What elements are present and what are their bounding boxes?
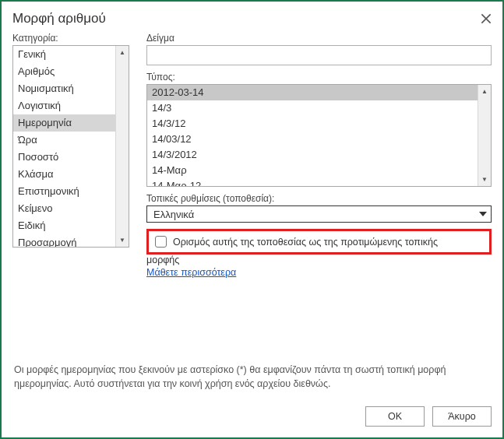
- sample-label: Δείγμα: [146, 33, 492, 44]
- scroll-down-icon[interactable]: ▼: [478, 173, 491, 186]
- type-scrollbar[interactable]: ▲ ▼: [478, 85, 491, 186]
- type-item[interactable]: 14-Μαρ: [147, 163, 478, 178]
- type-item[interactable]: 14/3/2012: [147, 147, 478, 163]
- dialog-body: Κατηγορία: ΓενικήΑριθμόςΝομισματικήΛογισ…: [2, 33, 502, 399]
- category-listbox[interactable]: ΓενικήΑριθμόςΝομισματικήΛογιστικήΗμερομη…: [12, 45, 129, 248]
- sample-box: [146, 45, 492, 65]
- category-item[interactable]: Κείμενο: [13, 200, 115, 217]
- type-item[interactable]: 14/3/12: [147, 116, 478, 132]
- type-item[interactable]: 2012-03-14: [147, 85, 478, 100]
- type-item[interactable]: 14/03/12: [147, 132, 478, 147]
- category-item[interactable]: Ποσοστό: [13, 149, 115, 166]
- category-item[interactable]: Γενική: [13, 46, 115, 63]
- titlebar: Μορφή αριθμού: [2, 2, 502, 33]
- scroll-up-icon[interactable]: ▲: [478, 85, 491, 98]
- scroll-track[interactable]: [478, 98, 491, 173]
- cancel-button[interactable]: Άκυρο: [432, 406, 492, 427]
- locale-value: Ελληνικά: [147, 209, 475, 220]
- type-label: Τύπος:: [146, 72, 492, 83]
- category-item[interactable]: Αριθμός: [13, 63, 115, 80]
- category-item[interactable]: Κλάσμα: [13, 166, 115, 183]
- locale-select[interactable]: Ελληνικά: [146, 205, 492, 223]
- scroll-down-icon[interactable]: ▼: [116, 234, 129, 247]
- learn-more-link[interactable]: Μάθετε περισσότερα: [146, 267, 492, 278]
- type-item[interactable]: 14-Μαρ-12: [147, 178, 478, 186]
- close-icon[interactable]: [479, 12, 493, 26]
- category-item[interactable]: Λογιστική: [13, 97, 115, 114]
- number-format-dialog: Μορφή αριθμού Κατηγορία: ΓενικήΑριθμόςΝο…: [0, 0, 504, 439]
- type-item[interactable]: 14/3: [147, 100, 478, 116]
- category-scrollbar[interactable]: ▲ ▼: [115, 46, 129, 247]
- category-item[interactable]: Προσαρμογή: [13, 234, 115, 247]
- scroll-track[interactable]: [116, 59, 129, 234]
- preferred-locale-label: Ορισμός αυτής της τοποθεσίας ως της προτ…: [173, 237, 438, 248]
- truncated-text: μορφής: [146, 255, 492, 265]
- locale-label: Τοπικές ρυθμίσεις (τοποθεσία):: [146, 193, 492, 204]
- category-item[interactable]: Ειδική: [13, 217, 115, 234]
- dialog-title: Μορφή αριθμού: [12, 11, 479, 26]
- category-item[interactable]: Επιστημονική: [13, 183, 115, 200]
- category-label: Κατηγορία:: [12, 33, 129, 44]
- category-item[interactable]: Ημερομηνία: [13, 114, 115, 132]
- button-row: OK Άκυρο: [2, 399, 502, 437]
- scroll-up-icon[interactable]: ▲: [116, 46, 129, 59]
- category-item[interactable]: Ώρα: [13, 132, 115, 149]
- ok-button[interactable]: OK: [365, 406, 425, 427]
- preferred-locale-checkbox[interactable]: [155, 236, 167, 248]
- footnote-text: Οι μορφές ημερομηνίας που ξεκινούν με ασ…: [12, 349, 492, 399]
- category-item[interactable]: Νομισματική: [13, 80, 115, 97]
- chevron-down-icon: [475, 212, 491, 216]
- preferred-locale-highlight: Ορισμός αυτής της τοποθεσίας ως της προτ…: [146, 229, 492, 255]
- type-listbox[interactable]: 2012-03-1414/314/3/1214/03/1214/3/201214…: [146, 84, 492, 187]
